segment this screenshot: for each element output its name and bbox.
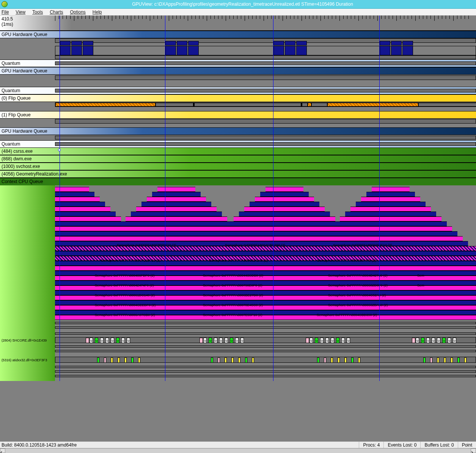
event-box[interactable] bbox=[124, 357, 127, 363]
event-box[interactable] bbox=[358, 357, 360, 363]
flip-packet[interactable] bbox=[311, 103, 327, 107]
event-box[interactable] bbox=[231, 357, 234, 363]
menu-view[interactable]: View bbox=[16, 9, 25, 15]
event-box[interactable]: 9 bbox=[90, 338, 93, 343]
gpu-packet[interactable] bbox=[71, 46, 82, 55]
flip-packet[interactable] bbox=[156, 103, 193, 107]
flip-packet[interactable] bbox=[327, 103, 418, 107]
event-box[interactable] bbox=[437, 357, 439, 363]
event-box[interactable] bbox=[338, 357, 340, 363]
event-box[interactable] bbox=[86, 338, 89, 343]
event-box[interactable]: 9 bbox=[235, 338, 239, 343]
row-gpu-hw-queue-1[interactable]: GPU Hardware Queue bbox=[0, 31, 476, 38]
gpu-packet[interactable] bbox=[71, 41, 82, 45]
gpu-packet[interactable] bbox=[273, 41, 284, 45]
event-box[interactable] bbox=[218, 357, 220, 363]
event-box[interactable] bbox=[457, 357, 460, 363]
event-box[interactable] bbox=[451, 357, 453, 363]
row-gpu-hw-queue-3[interactable]: GPU Hardware Queue bbox=[0, 127, 476, 135]
event-box[interactable]: 9 bbox=[100, 338, 104, 343]
gpu-packet[interactable] bbox=[296, 41, 307, 45]
event-box[interactable]: 9 bbox=[341, 338, 345, 343]
gpu-packet[interactable] bbox=[188, 41, 199, 45]
row-dwm[interactable]: (868) dwm.exe bbox=[0, 155, 476, 163]
menu-charts[interactable]: Charts bbox=[50, 9, 63, 15]
event-box[interactable] bbox=[430, 357, 432, 363]
event-box[interactable] bbox=[131, 357, 134, 363]
gpu-packet[interactable] bbox=[177, 46, 187, 55]
menu-file[interactable]: File bbox=[2, 9, 9, 15]
gpu-packet[interactable] bbox=[391, 46, 402, 55]
event-box[interactable]: 9 bbox=[320, 338, 324, 343]
horizontal-scrollbar[interactable]: ‹ › bbox=[0, 448, 476, 453]
gpu-packet[interactable] bbox=[165, 46, 176, 55]
event-box[interactable] bbox=[225, 357, 227, 363]
event-box[interactable] bbox=[324, 357, 326, 363]
gpu-packet[interactable] bbox=[60, 41, 71, 45]
event-box[interactable]: 9 bbox=[315, 338, 318, 343]
gpu-packet[interactable] bbox=[60, 46, 71, 55]
row-gpu-hw-queue-2[interactable]: GPU Hardware Queue bbox=[0, 67, 476, 75]
event-box[interactable]: 9 bbox=[331, 338, 334, 343]
event-box[interactable] bbox=[97, 357, 99, 363]
flip-packet[interactable] bbox=[55, 103, 156, 107]
event-box[interactable] bbox=[444, 357, 446, 363]
event-box[interactable]: 9 bbox=[421, 338, 424, 343]
row-flip0[interactable]: (0) Flip Queue bbox=[0, 94, 476, 102]
event-box[interactable]: 9 bbox=[309, 338, 313, 343]
event-box[interactable] bbox=[138, 357, 140, 363]
row-geometry[interactable]: (4056) GeometryRealization.exe bbox=[0, 170, 476, 178]
flip-packet[interactable] bbox=[194, 103, 301, 107]
gpu-packet[interactable] bbox=[285, 41, 295, 45]
event-box[interactable] bbox=[306, 338, 309, 343]
event-box[interactable] bbox=[423, 357, 426, 363]
event-box[interactable]: 9 bbox=[214, 338, 217, 343]
scroll-right-button[interactable]: › bbox=[471, 448, 476, 453]
event-box[interactable]: 9 bbox=[105, 338, 109, 343]
event-box[interactable] bbox=[331, 357, 333, 363]
gpu-packet[interactable] bbox=[83, 41, 93, 45]
event-box[interactable]: 9 bbox=[95, 338, 98, 343]
event-box[interactable]: 9 bbox=[111, 338, 114, 343]
event-box[interactable]: 9 bbox=[230, 338, 233, 343]
event-box[interactable]: 9 bbox=[219, 338, 223, 343]
event-box[interactable]: 9 bbox=[203, 338, 207, 343]
event-box[interactable] bbox=[252, 357, 254, 363]
event-box[interactable]: 9 bbox=[116, 338, 119, 343]
gpu-packet[interactable] bbox=[165, 41, 176, 45]
flip-packet[interactable] bbox=[302, 103, 308, 107]
event-box[interactable]: 9 bbox=[209, 338, 212, 343]
menu-help[interactable]: Help bbox=[93, 9, 102, 15]
event-box[interactable] bbox=[412, 338, 415, 343]
row-flip1[interactable]: (1) Flip Queue bbox=[0, 111, 476, 119]
gpu-packet[interactable] bbox=[273, 46, 284, 55]
event-box[interactable]: 9 bbox=[240, 338, 244, 343]
gpu-packet[interactable] bbox=[285, 46, 295, 55]
menu-tools[interactable]: Tools bbox=[32, 9, 43, 15]
gpu-packet[interactable] bbox=[391, 41, 402, 45]
gpu-packet[interactable] bbox=[402, 46, 413, 55]
menu-options[interactable]: Options bbox=[70, 9, 86, 15]
event-box[interactable] bbox=[344, 357, 347, 363]
flip-packet[interactable] bbox=[418, 103, 476, 107]
gpu-packet[interactable] bbox=[188, 46, 199, 55]
event-box[interactable]: 9 bbox=[432, 338, 435, 343]
flip-packet[interactable] bbox=[308, 103, 311, 107]
gpu-packet[interactable] bbox=[380, 41, 390, 45]
event-box[interactable]: 9 bbox=[426, 338, 430, 343]
event-box[interactable]: 9 bbox=[437, 338, 440, 343]
event-box[interactable]: 9 bbox=[127, 338, 130, 343]
event-box[interactable]: 9 bbox=[448, 338, 451, 343]
event-box[interactable]: 9 bbox=[347, 338, 350, 343]
event-box[interactable] bbox=[211, 357, 213, 363]
event-box[interactable]: 9 bbox=[325, 338, 329, 343]
event-box[interactable]: 9 bbox=[121, 338, 125, 343]
row-context-cpu[interactable]: Context CPU Queue bbox=[0, 178, 476, 185]
gpu-packet[interactable] bbox=[380, 46, 390, 55]
event-box[interactable]: 9 bbox=[225, 338, 228, 343]
gpu-packet[interactable] bbox=[177, 41, 187, 45]
row-csrss[interactable]: (484) csrss.exe bbox=[0, 147, 476, 155]
event-box[interactable] bbox=[200, 338, 203, 343]
scroll-left-button[interactable]: ‹ bbox=[0, 448, 5, 453]
gpu-packet[interactable] bbox=[83, 46, 93, 55]
